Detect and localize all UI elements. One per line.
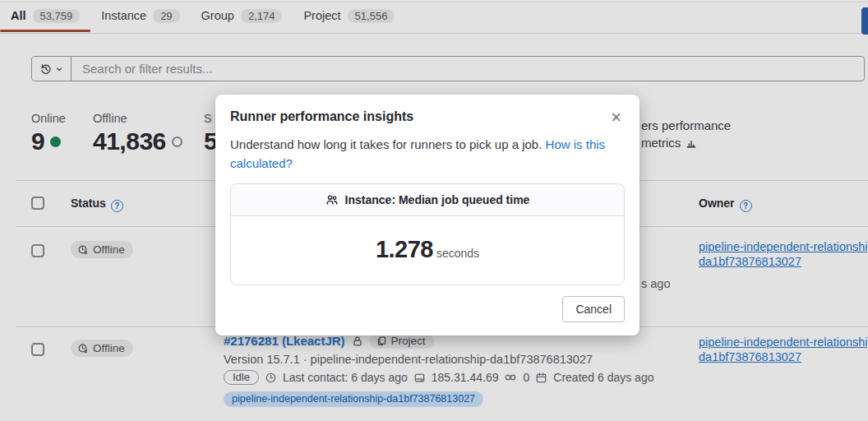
insight-value: 1.278 <box>376 236 433 262</box>
modal-description-text: Understand how long it takes for runners… <box>230 137 546 151</box>
close-icon[interactable]: × <box>607 107 625 128</box>
users-icon <box>326 193 339 206</box>
insight-card-title: Instance: Median job queued time <box>345 193 530 206</box>
modal-title: Runner performance insights <box>230 107 413 124</box>
cancel-button[interactable]: Cancel <box>562 296 625 322</box>
insight-unit: seconds <box>436 247 479 260</box>
modal-description: Understand how long it takes for runners… <box>230 136 625 173</box>
insight-card: Instance: Median job queued time 1.278se… <box>230 183 625 285</box>
runner-performance-insights-modal: Runner performance insights × Understand… <box>215 95 639 335</box>
